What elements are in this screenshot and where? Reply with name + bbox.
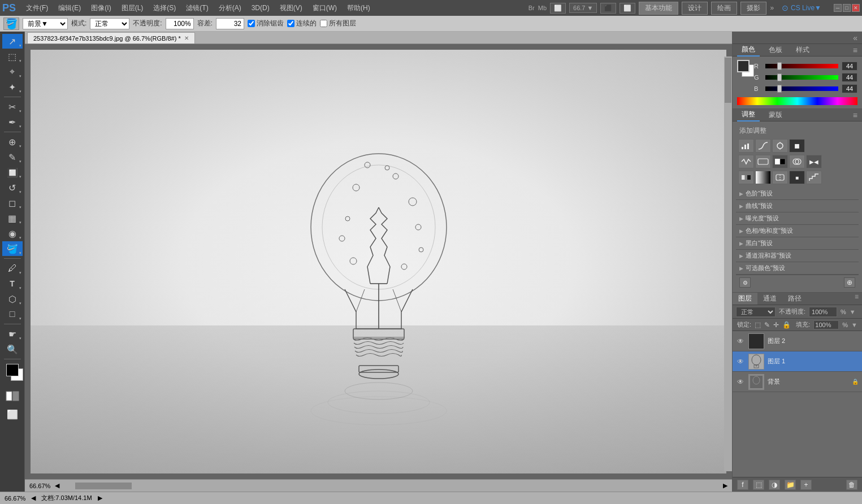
- menu-window[interactable]: 窗口(W): [308, 2, 341, 14]
- workspace-design[interactable]: 设计: [682, 2, 708, 15]
- canvas-wrapper[interactable]: [25, 44, 732, 479]
- tolerance-input[interactable]: [216, 18, 244, 29]
- color-tab[interactable]: 颜色: [737, 44, 760, 57]
- g-slider[interactable]: [765, 75, 838, 80]
- layer-item-2[interactable]: 👁 图层 2: [733, 331, 862, 351]
- workspace-basic[interactable]: 基本功能: [639, 2, 678, 15]
- menu-analysis[interactable]: 分析(A): [214, 2, 246, 14]
- tab-close-btn[interactable]: ✕: [184, 35, 189, 41]
- crop-tool-btn[interactable]: ✂ ▾: [2, 99, 23, 114]
- zoom-tool-btn[interactable]: 🔍: [2, 342, 23, 357]
- layers-panel-options[interactable]: ≡: [851, 293, 862, 305]
- masks-tab[interactable]: 蒙版: [764, 109, 787, 121]
- lock-all-btn[interactable]: 🔒: [782, 321, 791, 329]
- layer-bg[interactable]: 👁 背景 🔒: [733, 372, 862, 392]
- all-layers-checkbox[interactable]: [320, 20, 327, 27]
- blur-tool-btn[interactable]: ◉ ▾: [2, 226, 23, 241]
- adj-preset-curves[interactable]: 曲线"预设: [736, 200, 859, 212]
- dodge-tool-btn[interactable]: 🪣 ▾: [2, 241, 23, 256]
- magic-wand-btn[interactable]: ✦ ▾: [2, 80, 23, 94]
- layer-item-1[interactable]: 👁 图层 1: [733, 351, 862, 372]
- arrange2-btn[interactable]: ⬜: [620, 3, 635, 14]
- g-value-input[interactable]: 44: [842, 73, 857, 82]
- zoom-control[interactable]: 66.7 ▼: [569, 3, 597, 13]
- adj-preset-exposure[interactable]: 曝光度"预设: [736, 212, 859, 225]
- canvas-icon-next[interactable]: ▶: [723, 482, 727, 489]
- adj-photo-btn[interactable]: ▶◀: [806, 155, 822, 168]
- adj-vib-btn[interactable]: [738, 155, 754, 168]
- document-tab[interactable]: 2537823-6f347e7b3135bdc9.jpg @ 66.7%(RGB…: [27, 32, 195, 44]
- layer-bg-visibility[interactable]: 👁: [736, 377, 745, 386]
- adj-colorbalance-btn[interactable]: [789, 155, 805, 168]
- add-style-btn[interactable]: f: [737, 480, 748, 490]
- all-layers-check-label[interactable]: 所有图层: [320, 19, 356, 28]
- layers-chevron[interactable]: ▼: [850, 309, 856, 315]
- path-selection-btn[interactable]: ⬡ ▾: [2, 292, 23, 306]
- workspace-photo[interactable]: 摄影: [740, 2, 766, 15]
- eyedropper-btn[interactable]: ✒ ▾: [2, 115, 23, 129]
- layer-1-visibility[interactable]: 👁: [736, 357, 745, 366]
- new-layer-btn[interactable]: +: [800, 480, 812, 490]
- h-scroll-thumb[interactable]: [75, 483, 132, 489]
- adj-levels-btn[interactable]: [738, 139, 754, 153]
- healing-brush-btn[interactable]: ⊕ ▾: [2, 134, 23, 149]
- swatches-tab[interactable]: 色板: [764, 44, 787, 56]
- horizontal-scrollbar[interactable]: [64, 482, 718, 490]
- fill-chevron[interactable]: ▼: [851, 321, 857, 328]
- layers-blend-mode[interactable]: 正常: [736, 307, 776, 317]
- menu-select[interactable]: 选择(S): [149, 2, 180, 14]
- vertical-scrollbar[interactable]: [724, 57, 732, 471]
- maximize-btn[interactable]: □: [843, 4, 851, 12]
- hand-tool-btn[interactable]: ☛ ▾: [2, 327, 23, 341]
- marquee-tool-btn[interactable]: ⬚ ▾: [2, 49, 23, 64]
- extend-workspaces[interactable]: »: [770, 4, 774, 12]
- close-btn[interactable]: ✕: [852, 4, 860, 12]
- adj-gradient-btn[interactable]: [755, 171, 771, 184]
- color-spectrum[interactable]: [737, 97, 857, 105]
- adjustments-tab[interactable]: 调整: [737, 108, 760, 121]
- color-panel-options[interactable]: ≡: [853, 46, 857, 55]
- adj-selective-btn[interactable]: [772, 171, 788, 184]
- styles-tab[interactable]: 样式: [791, 44, 814, 56]
- r-value-input[interactable]: 44: [842, 62, 857, 71]
- opacity-input[interactable]: [166, 18, 194, 29]
- type-tool-btn[interactable]: T ▾: [2, 276, 23, 291]
- menu-filter[interactable]: 滤镜(T): [181, 2, 213, 14]
- workspace-paint[interactable]: 绘画: [711, 2, 737, 15]
- lasso-tool-btn[interactable]: ⌖ ▾: [2, 64, 23, 79]
- fill-input[interactable]: [813, 320, 839, 329]
- adj-preset-selective[interactable]: 可选颜色"预设: [736, 262, 859, 275]
- front-back-dropdown[interactable]: 前景▼: [23, 18, 68, 29]
- menu-file[interactable]: 文件(F): [21, 2, 53, 14]
- adj-icon-right[interactable]: ⊕: [844, 277, 855, 288]
- r-slider[interactable]: [765, 64, 838, 68]
- channels-tab-btn[interactable]: 通道: [757, 293, 782, 305]
- adj-channelmixer-btn[interactable]: [738, 171, 754, 184]
- adj-posterize-btn[interactable]: [806, 171, 822, 184]
- screen-mode-btn[interactable]: ⬜: [550, 3, 566, 14]
- delete-layer-btn[interactable]: 🗑: [846, 480, 857, 490]
- contiguous-checkbox[interactable]: [287, 20, 294, 27]
- minimize-btn[interactable]: ─: [834, 4, 842, 12]
- adj-preset-levels[interactable]: 色阶"预设: [736, 188, 859, 200]
- b-slider[interactable]: [765, 86, 838, 91]
- adj-exposure-btn[interactable]: [772, 139, 788, 153]
- b-value-input[interactable]: 44: [842, 84, 857, 93]
- status-icon-left[interactable]: ◀: [31, 494, 36, 502]
- adj-dark2-btn[interactable]: ■: [789, 171, 805, 184]
- adj-settings-btn[interactable]: ⚙: [739, 277, 751, 288]
- menu-layer[interactable]: 图层(L): [117, 2, 148, 14]
- adj-bw-btn[interactable]: [772, 155, 788, 168]
- fg-color-swatch[interactable]: [737, 60, 750, 72]
- adj-panel-options[interactable]: ≡: [853, 111, 857, 120]
- new-group-btn[interactable]: 📁: [785, 480, 796, 490]
- cs-live-btn[interactable]: ⊙ CS Live▼: [777, 2, 826, 14]
- adj-curves-btn[interactable]: [755, 139, 771, 153]
- shape-tool-btn[interactable]: □ ▾: [2, 307, 23, 321]
- lock-image-btn[interactable]: ✎: [764, 321, 770, 329]
- menu-view[interactable]: 视图(V): [275, 2, 307, 14]
- menu-3d[interactable]: 3D(D): [247, 3, 274, 13]
- menu-edit[interactable]: 编辑(E): [54, 2, 85, 14]
- canvas-icon-prev[interactable]: ◀: [55, 482, 59, 489]
- adj-preset-hsl[interactable]: 色相/饱和度"预设: [736, 225, 859, 237]
